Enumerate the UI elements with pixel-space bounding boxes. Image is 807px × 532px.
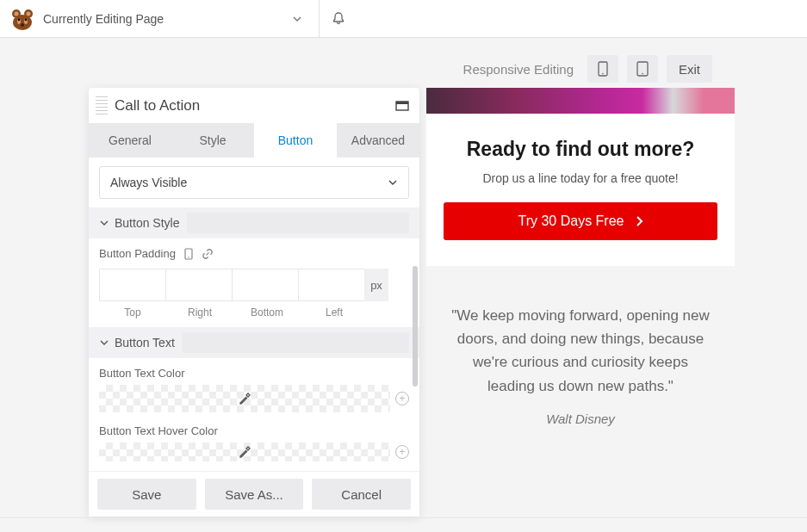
svg-rect-15 bbox=[396, 102, 408, 104]
cta-subtext: Drop us a line today for a free quote! bbox=[444, 171, 717, 185]
device-mobile-button[interactable] bbox=[587, 55, 618, 83]
responsive-toggle-icon[interactable] bbox=[184, 248, 193, 260]
footer-divider bbox=[0, 517, 807, 518]
section-button-text[interactable]: Button Text bbox=[89, 327, 419, 358]
padding-left-label: Left bbox=[301, 306, 368, 319]
scrollbar[interactable] bbox=[413, 266, 418, 387]
section-track bbox=[182, 332, 409, 353]
bell-icon bbox=[331, 11, 346, 27]
hero-image bbox=[426, 88, 735, 114]
page-label: Currently Editing Page bbox=[43, 12, 164, 26]
quote-text: "We keep moving forward, opening new doo… bbox=[449, 304, 712, 398]
eyedropper-icon bbox=[238, 445, 251, 459]
topbar: Currently Editing Page bbox=[0, 0, 807, 38]
panel-footer: Save Save As... Cancel bbox=[89, 471, 419, 517]
add-color-button[interactable]: + bbox=[395, 392, 409, 405]
responsive-editing-bar: Responsive Editing Exit bbox=[463, 55, 712, 83]
padding-right-label: Right bbox=[166, 306, 233, 319]
cancel-button[interactable]: Cancel bbox=[312, 479, 411, 510]
exit-label: Exit bbox=[679, 62, 700, 77]
padding-bottom-input[interactable] bbox=[232, 269, 299, 301]
visibility-value: Always Visible bbox=[110, 176, 187, 189]
panel-body: Always Visible Button Style Button Paddi… bbox=[89, 158, 419, 471]
currently-editing-dropdown[interactable]: Currently Editing Page bbox=[43, 12, 319, 26]
section-label: Button Text bbox=[115, 336, 175, 350]
panel-tabs: General Style Button Advanced bbox=[89, 123, 419, 158]
responsive-label: Responsive Editing bbox=[463, 62, 574, 77]
chevron-down-icon bbox=[291, 13, 303, 25]
chevron-down-icon bbox=[99, 337, 109, 348]
padding-top-label: Top bbox=[99, 306, 166, 319]
panel-title: Call to Action bbox=[115, 97, 395, 114]
svg-point-11 bbox=[602, 73, 604, 75]
padding-left-input[interactable] bbox=[298, 269, 365, 301]
save-button[interactable]: Save bbox=[97, 479, 196, 510]
quote-author: Walt Disney bbox=[449, 411, 712, 426]
padding-top-input[interactable] bbox=[99, 269, 166, 301]
exit-button[interactable]: Exit bbox=[667, 55, 712, 83]
panel-header[interactable]: Call to Action bbox=[89, 88, 419, 123]
save-as-button[interactable]: Save As... bbox=[205, 479, 304, 510]
svg-point-7 bbox=[21, 23, 24, 27]
visibility-select[interactable]: Always Visible bbox=[99, 166, 409, 199]
svg-point-6 bbox=[27, 11, 31, 15]
chevron-down-icon bbox=[99, 218, 109, 228]
padding-label-row: Button Padding bbox=[99, 247, 409, 260]
svg-point-17 bbox=[188, 257, 189, 257]
tab-general[interactable]: General bbox=[89, 123, 171, 158]
chevron-right-icon bbox=[635, 215, 643, 227]
padding-right-input[interactable] bbox=[165, 269, 233, 301]
chevron-down-icon bbox=[388, 177, 398, 188]
preview-canvas: Ready to find out more? Drop us a line t… bbox=[426, 88, 735, 448]
link-values-icon[interactable] bbox=[199, 245, 216, 263]
app-logo bbox=[7, 3, 38, 34]
tab-style[interactable]: Style bbox=[171, 123, 254, 158]
svg-point-9 bbox=[25, 18, 27, 20]
resize-icon[interactable] bbox=[395, 101, 409, 111]
cta-button-label: Try 30 Days Free bbox=[518, 213, 624, 229]
cta-heading: Ready to find out more? bbox=[444, 138, 717, 161]
device-tablet-button[interactable] bbox=[627, 55, 658, 83]
padding-inputs: px bbox=[99, 269, 409, 301]
text-color-label: Button Text Color bbox=[99, 367, 409, 380]
cta-button[interactable]: Try 30 Days Free bbox=[444, 202, 717, 240]
text-hover-color-label: Button Text Hover Color bbox=[99, 424, 409, 437]
eyedropper-icon bbox=[238, 392, 251, 405]
svg-point-13 bbox=[642, 73, 643, 75]
svg-point-8 bbox=[18, 18, 20, 20]
tab-advanced[interactable]: Advanced bbox=[337, 123, 419, 158]
padding-label: Button Padding bbox=[99, 247, 176, 260]
text-hover-color-picker[interactable] bbox=[99, 442, 390, 461]
settings-panel: Call to Action General Style Button Adva… bbox=[89, 88, 419, 517]
svg-point-5 bbox=[15, 11, 19, 15]
section-track bbox=[187, 213, 410, 233]
padding-unit[interactable]: px bbox=[364, 269, 388, 301]
cta-block: Ready to find out more? Drop us a line t… bbox=[426, 114, 735, 266]
padding-bottom-label: Bottom bbox=[233, 306, 301, 319]
section-button-style[interactable]: Button Style bbox=[89, 207, 419, 238]
tab-button[interactable]: Button bbox=[254, 123, 337, 158]
quote-block: "We keep moving forward, opening new doo… bbox=[426, 266, 735, 448]
section-label: Button Style bbox=[115, 216, 180, 230]
notifications-button[interactable] bbox=[320, 11, 357, 27]
add-color-button[interactable]: + bbox=[395, 445, 409, 459]
tablet-icon bbox=[636, 61, 649, 77]
text-color-picker[interactable] bbox=[99, 385, 390, 412]
drag-handle-icon[interactable] bbox=[96, 96, 108, 114]
mobile-icon bbox=[598, 61, 608, 77]
